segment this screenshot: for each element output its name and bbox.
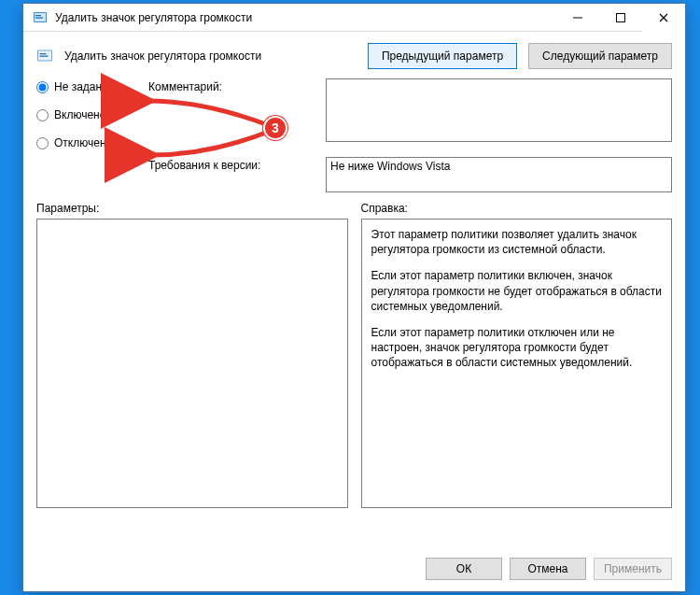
comment-input[interactable] [326, 78, 672, 142]
svg-rect-8 [40, 53, 47, 54]
app-icon [33, 10, 48, 25]
next-setting-button[interactable]: Следующий параметр [528, 43, 672, 69]
previous-setting-button[interactable]: Предыдущий параметр [368, 43, 517, 69]
radio-disabled-input[interactable] [36, 137, 49, 149]
annotation-badge-3: 3 [263, 116, 287, 140]
help-panel: Этот параметр политики позволяет удалить… [361, 219, 673, 508]
radio-not-configured[interactable]: Не задано [36, 80, 139, 93]
radio-enabled-label: Включено [54, 108, 105, 121]
svg-rect-9 [40, 56, 49, 57]
ok-button[interactable]: ОК [426, 558, 502, 580]
requirements-field [326, 157, 672, 192]
comment-label: Комментарий: [148, 78, 316, 93]
radio-not-configured-input[interactable] [36, 81, 49, 93]
svg-rect-2 [35, 15, 41, 16]
minimize-button[interactable] [556, 4, 599, 32]
policy-editor-window: Удалить значок регулятора громкости Удал… [22, 3, 686, 592]
help-label: Справка: [361, 202, 673, 215]
options-label: Параметры: [36, 202, 348, 215]
policy-icon [36, 48, 53, 64]
radio-enabled[interactable]: Включено [36, 108, 139, 121]
radio-not-configured-label: Не задано [54, 80, 108, 93]
apply-button[interactable]: Применить [594, 558, 672, 580]
radio-enabled-input[interactable] [36, 109, 49, 121]
svg-rect-3 [35, 17, 43, 18]
requirements-label: Требования к версии: [148, 157, 316, 172]
dialog-footer: ОК Отмена Применить [36, 552, 672, 580]
help-paragraph: Если этот параметр политики включен, зна… [371, 268, 663, 314]
svg-rect-5 [617, 13, 625, 21]
window-title: Удалить значок регулятора громкости [55, 11, 252, 24]
lower-panels: Параметры: Справка: Этот параметр полити… [36, 202, 672, 543]
titlebar: Удалить значок регулятора громкости [23, 4, 685, 32]
policy-title: Удалить значок регулятора громкости [64, 50, 261, 63]
maximize-button[interactable] [599, 4, 642, 32]
settings-grid: Не задано Включено Отключено Комментарий… [36, 78, 672, 192]
options-panel [36, 219, 348, 508]
radio-disabled-label: Отключено [54, 136, 112, 149]
cancel-button[interactable]: Отмена [510, 558, 586, 580]
header-row: Удалить значок регулятора громкости Пред… [36, 43, 672, 69]
help-paragraph: Этот параметр политики позволяет удалить… [371, 227, 663, 257]
close-button[interactable] [642, 4, 685, 32]
svg-rect-4 [573, 17, 582, 18]
radio-disabled[interactable]: Отключено [36, 136, 139, 149]
state-radio-group: Не задано Включено Отключено [36, 78, 139, 149]
help-paragraph: Если этот параметр политики отключен или… [371, 325, 663, 371]
